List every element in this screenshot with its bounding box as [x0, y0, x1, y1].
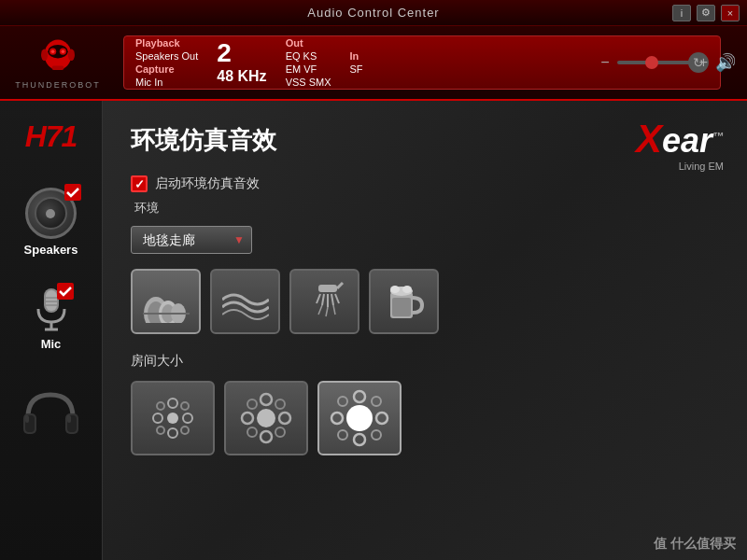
room-icon-medium[interactable] — [224, 381, 308, 455]
svg-line-37 — [318, 305, 322, 315]
close-button[interactable]: × — [721, 5, 740, 21]
svg-rect-11 — [46, 290, 57, 311]
model-label: H71 — [25, 119, 78, 154]
audio-freq-col: 2 48 KHz — [217, 40, 266, 85]
enable-checkbox[interactable]: ✓ — [131, 175, 148, 192]
em-values: EM VF — [286, 63, 331, 75]
env-icon-bar[interactable] — [369, 269, 439, 334]
xear-logo: Xear™ Living EM — [636, 119, 724, 172]
svg-point-43 — [402, 286, 412, 293]
out-values: EQ KS — [286, 50, 331, 62]
svg-point-51 — [181, 402, 189, 410]
svg-line-39 — [333, 305, 335, 315]
env-icon-shower[interactable] — [289, 269, 359, 334]
settings-button[interactable]: ⚙ — [697, 5, 715, 21]
svg-point-67 — [376, 413, 388, 424]
freq-value: 2 — [217, 40, 266, 66]
mic-label: Mic — [41, 337, 62, 351]
environment-icons-row — [131, 269, 719, 334]
room-large-svg — [325, 388, 395, 449]
speakers-label: Speakers — [24, 243, 78, 257]
svg-rect-30 — [318, 285, 337, 292]
volume-thumb — [645, 56, 658, 69]
svg-point-7 — [68, 49, 75, 61]
sidebar: H71 Speakers — [0, 101, 103, 560]
svg-point-54 — [257, 409, 275, 427]
window-title: Audio Control Center — [307, 6, 439, 20]
xear-subtitle: Living EM — [636, 161, 724, 172]
svg-point-68 — [338, 397, 347, 406]
svg-point-58 — [279, 413, 290, 424]
in-value: SF — [350, 63, 363, 75]
header-bar: THUNDEROBOT Playback Speakers Out Captur… — [0, 26, 747, 101]
svg-line-38 — [326, 307, 328, 316]
environment-dropdown-wrap: 地毯走廊 室外 浴室 酒吧 ▼ — [131, 226, 252, 254]
volume-slider[interactable] — [617, 61, 692, 64]
headphone-svg — [21, 387, 81, 445]
env-icon-carpet[interactable] — [131, 269, 201, 334]
svg-rect-17 — [57, 283, 74, 300]
window-controls: i ⚙ × — [672, 5, 740, 21]
page-title: 环境仿真音效 — [131, 124, 719, 157]
sidebar-item-mic[interactable]: Mic — [27, 281, 76, 357]
svg-point-70 — [338, 430, 347, 440]
svg-rect-23 — [67, 415, 71, 423]
svg-point-42 — [390, 286, 400, 293]
svg-point-6 — [41, 49, 48, 61]
enable-label: 启动环境仿真音效 — [155, 175, 260, 192]
speaker-volume-icon: 🔊 — [715, 52, 736, 73]
audio-labels-col: Playback Speakers Out Capture Mic In — [135, 37, 198, 88]
enable-checkbox-row: ✓ 启动环境仿真音效 — [131, 175, 719, 192]
env-icon-water[interactable] — [210, 269, 280, 334]
room-icon-small[interactable] — [131, 381, 215, 455]
title-bar: Audio Control Center i ⚙ × — [0, 0, 747, 26]
sidebar-item-speakers[interactable]: Speakers — [19, 182, 84, 262]
svg-point-56 — [261, 431, 272, 442]
svg-point-49 — [183, 413, 192, 423]
volume-minus-icon[interactable]: − — [600, 54, 609, 71]
logo-text: THUNDEROBOT — [15, 80, 101, 90]
xear-x-letter: X — [636, 117, 662, 161]
svg-point-47 — [168, 428, 177, 438]
info-button[interactable]: i — [672, 5, 691, 21]
speaker-dot-icon — [46, 209, 55, 218]
watermark: 值 什么值得买 — [654, 536, 736, 553]
out-label: Out — [286, 37, 331, 49]
svg-point-65 — [354, 434, 365, 445]
carpet-icon-svg — [143, 281, 190, 323]
svg-point-45 — [167, 413, 178, 424]
room-icon-large[interactable] — [317, 381, 402, 455]
svg-rect-44 — [392, 298, 411, 316]
svg-point-66 — [331, 413, 343, 424]
svg-point-48 — [153, 413, 162, 423]
svg-point-50 — [157, 402, 164, 410]
volume-control: − + 🔊 — [600, 52, 736, 73]
capture-label: Capture — [135, 63, 198, 75]
sidebar-item-headphones[interactable] — [15, 380, 87, 452]
svg-point-46 — [168, 399, 177, 408]
room-size-icons-row — [131, 381, 719, 455]
room-size-label: 房间大小 — [131, 353, 719, 370]
svg-point-61 — [247, 427, 257, 437]
svg-line-36 — [335, 294, 339, 303]
svg-point-5 — [62, 49, 65, 53]
volume-plus-icon[interactable]: + — [699, 54, 708, 71]
svg-line-33 — [322, 294, 324, 305]
room-small-svg — [138, 388, 208, 449]
svg-point-52 — [157, 427, 164, 434]
mic-in-label: Mic In — [135, 77, 198, 88]
svg-point-62 — [275, 427, 285, 437]
environment-label: 环境 — [134, 200, 719, 217]
svg-point-4 — [51, 49, 55, 53]
svg-point-53 — [181, 427, 189, 434]
svg-point-69 — [372, 397, 381, 406]
svg-point-55 — [261, 394, 272, 405]
khz-value: 48 KHz — [217, 68, 266, 85]
water-icon-svg — [222, 281, 269, 323]
svg-line-32 — [317, 294, 320, 303]
svg-point-57 — [242, 413, 253, 424]
bar-icon-svg — [381, 281, 428, 323]
logo-area: THUNDEROBOT — [11, 36, 105, 90]
svg-rect-22 — [25, 415, 29, 423]
environment-dropdown[interactable]: 地毯走廊 室外 浴室 酒吧 — [131, 226, 252, 254]
